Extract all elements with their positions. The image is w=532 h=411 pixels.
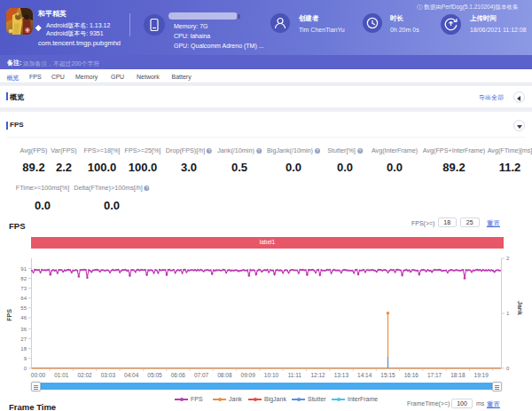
svg-text:1: 1 — [506, 311, 510, 316]
svg-text:05:05: 05:05 — [147, 372, 162, 378]
svg-text:04:04: 04:04 — [124, 372, 139, 378]
svg-text:73: 73 — [20, 286, 27, 291]
svg-text:03:03: 03:03 — [101, 372, 116, 378]
svg-text:13:13: 13:13 — [334, 372, 349, 378]
svg-text:14:14: 14:14 — [357, 372, 372, 378]
svg-text:18:18: 18:18 — [450, 372, 466, 378]
svg-text:9: 9 — [24, 356, 27, 361]
svg-text:46: 46 — [20, 315, 27, 320]
svg-text:17:17: 17:17 — [427, 372, 442, 378]
svg-text:82: 82 — [20, 276, 27, 281]
svg-text:18: 18 — [20, 346, 27, 352]
svg-text:07:07: 07:07 — [194, 372, 209, 378]
svg-text:15:15: 15:15 — [380, 372, 395, 378]
svg-text:08:08: 08:08 — [217, 372, 232, 378]
svg-text:36: 36 — [20, 327, 27, 332]
svg-text:FPS: FPS — [6, 309, 12, 321]
svg-text:16:16: 16:16 — [404, 372, 419, 378]
svg-text:0: 0 — [24, 366, 27, 371]
svg-text:64: 64 — [20, 296, 27, 301]
svg-text:2: 2 — [506, 256, 510, 261]
svg-text:Jank: Jank — [517, 301, 523, 315]
svg-text:91: 91 — [20, 266, 27, 272]
svg-text:02:02: 02:02 — [77, 372, 92, 378]
svg-text:27: 27 — [20, 336, 27, 342]
svg-text:06:06: 06:06 — [171, 372, 186, 378]
svg-text:09:09: 09:09 — [241, 372, 256, 378]
svg-text:55: 55 — [20, 305, 27, 311]
svg-text:19:19: 19:19 — [474, 372, 489, 378]
svg-text:11:11: 11:11 — [288, 372, 302, 378]
svg-text:12:12: 12:12 — [310, 372, 325, 378]
svg-text:10:10: 10:10 — [264, 372, 279, 378]
svg-text:00:00: 00:00 — [31, 372, 46, 378]
svg-text:01:01: 01:01 — [54, 372, 69, 378]
svg-text:0: 0 — [506, 366, 510, 371]
